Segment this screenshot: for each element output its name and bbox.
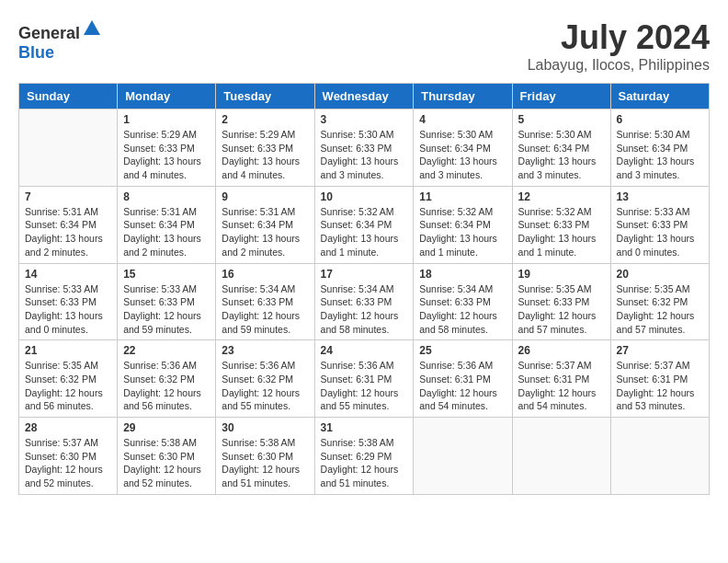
calendar-header-saturday: Saturday — [610, 84, 709, 109]
calendar-cell: 28Sunrise: 5:37 AM Sunset: 6:30 PM Dayli… — [19, 418, 118, 495]
day-info: Sunrise: 5:29 AM Sunset: 6:33 PM Dayligh… — [123, 128, 210, 182]
day-info: Sunrise: 5:34 AM Sunset: 6:33 PM Dayligh… — [321, 282, 408, 337]
calendar-cell: 11Sunrise: 5:32 AM Sunset: 6:34 PM Dayli… — [414, 186, 512, 263]
calendar-header-sunday: Sunday — [19, 84, 118, 109]
calendar-cell: 17Sunrise: 5:34 AM Sunset: 6:33 PM Dayli… — [314, 263, 414, 340]
calendar-week-2: 7Sunrise: 5:31 AM Sunset: 6:34 PM Daylig… — [19, 186, 710, 263]
calendar-cell: 27Sunrise: 5:37 AM Sunset: 6:31 PM Dayli… — [610, 340, 709, 418]
day-info: Sunrise: 5:34 AM Sunset: 6:33 PM Dayligh… — [419, 282, 506, 337]
calendar-cell: 19Sunrise: 5:35 AM Sunset: 6:33 PM Dayli… — [512, 263, 610, 340]
day-number: 22 — [123, 344, 210, 357]
logo-icon — [82, 18, 102, 39]
day-info: Sunrise: 5:32 AM Sunset: 6:33 PM Dayligh… — [518, 205, 605, 259]
day-info: Sunrise: 5:33 AM Sunset: 6:33 PM Dayligh… — [25, 282, 111, 337]
day-number: 16 — [222, 268, 308, 281]
day-number: 15 — [123, 268, 210, 281]
calendar-cell — [512, 418, 610, 495]
day-info: Sunrise: 5:33 AM Sunset: 6:33 PM Dayligh… — [617, 205, 703, 259]
day-info: Sunrise: 5:37 AM Sunset: 6:31 PM Dayligh… — [518, 359, 605, 413]
day-info: Sunrise: 5:31 AM Sunset: 6:34 PM Dayligh… — [222, 205, 308, 259]
day-number: 12 — [518, 190, 605, 203]
day-number: 6 — [617, 113, 703, 126]
calendar-cell: 18Sunrise: 5:34 AM Sunset: 6:33 PM Dayli… — [414, 263, 512, 340]
day-info: Sunrise: 5:30 AM Sunset: 6:34 PM Dayligh… — [518, 128, 605, 182]
day-number: 1 — [123, 113, 210, 126]
day-number: 4 — [419, 113, 506, 126]
day-number: 2 — [222, 113, 308, 126]
calendar-cell: 21Sunrise: 5:35 AM Sunset: 6:32 PM Dayli… — [19, 340, 118, 418]
day-number: 28 — [25, 421, 111, 434]
calendar-cell: 9Sunrise: 5:31 AM Sunset: 6:34 PM Daylig… — [216, 186, 314, 263]
calendar-cell: 16Sunrise: 5:34 AM Sunset: 6:33 PM Dayli… — [216, 263, 314, 340]
day-info: Sunrise: 5:29 AM Sunset: 6:33 PM Dayligh… — [222, 128, 308, 182]
day-number: 10 — [321, 190, 408, 203]
day-number: 14 — [25, 268, 111, 281]
calendar-cell: 10Sunrise: 5:32 AM Sunset: 6:34 PM Dayli… — [314, 186, 414, 263]
calendar-cell: 20Sunrise: 5:35 AM Sunset: 6:32 PM Dayli… — [610, 263, 709, 340]
calendar-cell: 8Sunrise: 5:31 AM Sunset: 6:34 PM Daylig… — [118, 186, 216, 263]
calendar-cell: 29Sunrise: 5:38 AM Sunset: 6:30 PM Dayli… — [118, 418, 216, 495]
day-number: 5 — [518, 113, 605, 126]
calendar-cell — [610, 418, 709, 495]
calendar-cell: 14Sunrise: 5:33 AM Sunset: 6:33 PM Dayli… — [19, 263, 118, 340]
day-number: 18 — [419, 268, 506, 281]
day-number: 27 — [617, 344, 703, 357]
day-number: 7 — [25, 190, 111, 203]
day-number: 30 — [222, 421, 308, 434]
calendar-week-4: 21Sunrise: 5:35 AM Sunset: 6:32 PM Dayli… — [19, 340, 710, 418]
location-title: Labayug, Ilocos, Philippines — [528, 57, 710, 74]
day-info: Sunrise: 5:33 AM Sunset: 6:33 PM Dayligh… — [123, 282, 210, 337]
day-info: Sunrise: 5:30 AM Sunset: 6:34 PM Dayligh… — [617, 128, 703, 182]
day-info: Sunrise: 5:38 AM Sunset: 6:30 PM Dayligh… — [222, 436, 308, 490]
calendar-header-thursday: Thursday — [414, 84, 512, 109]
svg-marker-0 — [84, 20, 100, 35]
logo: General Blue — [18, 18, 102, 63]
day-number: 25 — [419, 344, 506, 357]
day-info: Sunrise: 5:37 AM Sunset: 6:31 PM Dayligh… — [617, 359, 703, 413]
calendar-cell: 22Sunrise: 5:36 AM Sunset: 6:32 PM Dayli… — [118, 340, 216, 418]
page-header: General Blue July 2024 Labayug, Ilocos, … — [18, 18, 710, 74]
calendar-cell: 24Sunrise: 5:36 AM Sunset: 6:31 PM Dayli… — [314, 340, 414, 418]
calendar-header-tuesday: Tuesday — [216, 84, 314, 109]
day-number: 19 — [518, 268, 605, 281]
calendar-week-5: 28Sunrise: 5:37 AM Sunset: 6:30 PM Dayli… — [19, 418, 710, 495]
day-info: Sunrise: 5:37 AM Sunset: 6:30 PM Dayligh… — [25, 436, 111, 490]
calendar-header-row: SundayMondayTuesdayWednesdayThursdayFrid… — [19, 84, 710, 109]
day-info: Sunrise: 5:32 AM Sunset: 6:34 PM Dayligh… — [321, 205, 408, 259]
day-info: Sunrise: 5:38 AM Sunset: 6:30 PM Dayligh… — [123, 436, 210, 490]
day-info: Sunrise: 5:34 AM Sunset: 6:33 PM Dayligh… — [222, 282, 308, 337]
calendar-cell: 15Sunrise: 5:33 AM Sunset: 6:33 PM Dayli… — [118, 263, 216, 340]
day-number: 26 — [518, 344, 605, 357]
calendar-header-monday: Monday — [118, 84, 216, 109]
calendar-cell — [19, 109, 118, 187]
logo-general: General — [18, 24, 80, 42]
calendar-cell: 1Sunrise: 5:29 AM Sunset: 6:33 PM Daylig… — [118, 109, 216, 187]
day-info: Sunrise: 5:38 AM Sunset: 6:29 PM Dayligh… — [321, 436, 408, 490]
day-number: 3 — [321, 113, 408, 126]
day-info: Sunrise: 5:30 AM Sunset: 6:34 PM Dayligh… — [419, 128, 506, 182]
calendar-cell: 31Sunrise: 5:38 AM Sunset: 6:29 PM Dayli… — [314, 418, 414, 495]
calendar-cell: 3Sunrise: 5:30 AM Sunset: 6:33 PM Daylig… — [314, 109, 414, 187]
day-info: Sunrise: 5:36 AM Sunset: 6:31 PM Dayligh… — [419, 359, 506, 413]
calendar-table: SundayMondayTuesdayWednesdayThursdayFrid… — [18, 83, 710, 495]
day-info: Sunrise: 5:31 AM Sunset: 6:34 PM Dayligh… — [123, 205, 210, 259]
day-number: 24 — [321, 344, 408, 357]
month-year-title: July 2024 — [528, 18, 710, 57]
day-number: 21 — [25, 344, 111, 357]
calendar-cell: 30Sunrise: 5:38 AM Sunset: 6:30 PM Dayli… — [216, 418, 314, 495]
day-info: Sunrise: 5:35 AM Sunset: 6:33 PM Dayligh… — [518, 282, 605, 337]
calendar-cell: 2Sunrise: 5:29 AM Sunset: 6:33 PM Daylig… — [216, 109, 314, 187]
logo-blue: Blue — [18, 43, 54, 62]
calendar-header-friday: Friday — [512, 84, 610, 109]
day-number: 13 — [617, 190, 703, 203]
day-info: Sunrise: 5:32 AM Sunset: 6:34 PM Dayligh… — [419, 205, 506, 259]
day-info: Sunrise: 5:36 AM Sunset: 6:31 PM Dayligh… — [321, 359, 408, 413]
calendar-cell: 25Sunrise: 5:36 AM Sunset: 6:31 PM Dayli… — [414, 340, 512, 418]
day-info: Sunrise: 5:36 AM Sunset: 6:32 PM Dayligh… — [123, 359, 210, 413]
day-info: Sunrise: 5:35 AM Sunset: 6:32 PM Dayligh… — [617, 282, 703, 337]
day-info: Sunrise: 5:30 AM Sunset: 6:33 PM Dayligh… — [321, 128, 408, 182]
calendar-cell: 13Sunrise: 5:33 AM Sunset: 6:33 PM Dayli… — [610, 186, 709, 263]
day-number: 29 — [123, 421, 210, 434]
calendar-cell: 7Sunrise: 5:31 AM Sunset: 6:34 PM Daylig… — [19, 186, 118, 263]
day-number: 20 — [617, 268, 703, 281]
